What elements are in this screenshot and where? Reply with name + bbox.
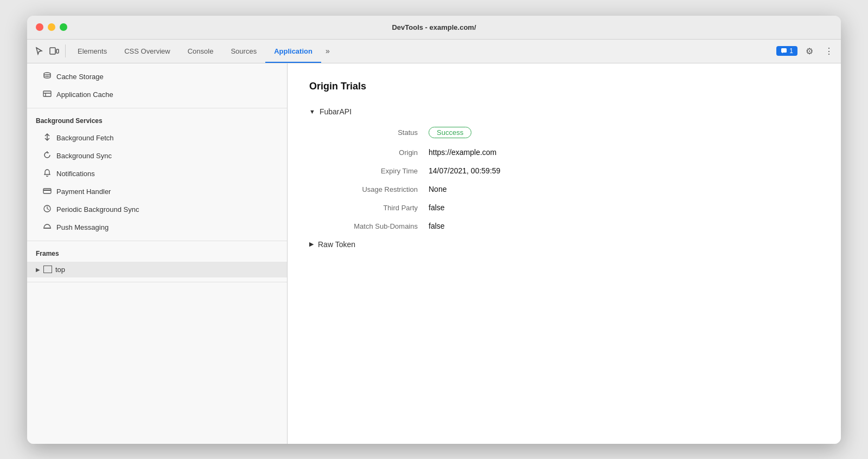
origin-label: Origin bbox=[309, 148, 429, 157]
frames-header: Frames bbox=[27, 245, 287, 262]
usage-restriction-value: None bbox=[429, 185, 446, 193]
devtools-tab-bar: Elements CSS Overview Console Sources Ap… bbox=[27, 40, 841, 63]
property-row-status: Status Success bbox=[309, 127, 819, 138]
push-messaging-label: Push Messaging bbox=[56, 223, 108, 231]
api-expand-arrow-down: ▼ bbox=[309, 108, 315, 115]
devtools-window: DevTools - example.com/ Elements CSS Ove… bbox=[27, 16, 841, 444]
sidebar-item-background-fetch[interactable]: Background Fetch bbox=[27, 129, 287, 147]
sidebar-item-application-cache[interactable]: Application Cache bbox=[27, 86, 287, 104]
background-fetch-label: Background Fetch bbox=[56, 134, 114, 142]
tab-application[interactable]: Application bbox=[265, 39, 321, 63]
traffic-lights bbox=[36, 23, 67, 31]
cursor-icon[interactable] bbox=[31, 43, 47, 59]
sidebar: Cache Storage Application Cache Backgrou bbox=[27, 63, 288, 444]
sidebar-item-top-frame[interactable]: ▶ top bbox=[27, 262, 287, 277]
payment-handler-label: Payment Handler bbox=[56, 188, 111, 196]
match-subdomains-label: Match Sub-Domains bbox=[309, 222, 429, 230]
third-party-label: Third Party bbox=[309, 204, 429, 212]
device-toolbar-icon[interactable] bbox=[47, 43, 62, 59]
svg-rect-8 bbox=[43, 189, 51, 193]
sidebar-item-cache-storage[interactable]: Cache Storage bbox=[27, 68, 287, 86]
svg-point-3 bbox=[44, 73, 50, 75]
minimize-button[interactable] bbox=[48, 23, 55, 31]
third-party-value: false bbox=[429, 203, 445, 212]
storage-section: Cache Storage Application Cache bbox=[27, 63, 287, 108]
periodic-background-sync-icon bbox=[42, 204, 52, 215]
properties-table: Status Success Origin https://example.co… bbox=[309, 127, 819, 230]
tab-list: Elements CSS Overview Console Sources Ap… bbox=[69, 39, 776, 63]
application-cache-icon bbox=[42, 89, 52, 100]
raw-token-label: Raw Token bbox=[318, 240, 355, 249]
background-sync-label: Background Sync bbox=[56, 152, 112, 160]
background-services-header: Background Services bbox=[27, 113, 287, 129]
frame-top-label: top bbox=[55, 266, 65, 274]
tab-elements[interactable]: Elements bbox=[69, 39, 116, 63]
svg-rect-4 bbox=[43, 91, 51, 96]
raw-token-header[interactable]: ▶ Raw Token bbox=[309, 240, 819, 249]
property-row-third-party: Third Party false bbox=[309, 203, 819, 212]
settings-button[interactable]: ⚙ bbox=[802, 43, 817, 59]
main-content: Cache Storage Application Cache Backgrou bbox=[27, 63, 841, 444]
title-bar: DevTools - example.com/ bbox=[27, 16, 841, 40]
raw-token-arrow: ▶ bbox=[309, 241, 314, 248]
expiry-value: 14/07/2021, 00:59:59 bbox=[429, 166, 500, 175]
periodic-background-sync-label: Periodic Background Sync bbox=[56, 205, 139, 214]
api-name: FubarAPI bbox=[320, 107, 352, 116]
maximize-button[interactable] bbox=[60, 23, 67, 31]
background-fetch-icon bbox=[42, 133, 52, 143]
cache-storage-label: Cache Storage bbox=[56, 73, 104, 81]
sidebar-item-background-sync[interactable]: Background Sync bbox=[27, 147, 287, 165]
push-messaging-icon bbox=[42, 222, 52, 232]
sidebar-item-periodic-background-sync[interactable]: Periodic Background Sync bbox=[27, 201, 287, 218]
property-row-origin: Origin https://example.com bbox=[309, 148, 819, 157]
content-panel: Origin Trials ▼ FubarAPI Status Success bbox=[288, 63, 841, 444]
payment-handler-icon bbox=[42, 186, 52, 197]
svg-rect-1 bbox=[56, 49, 59, 53]
sidebar-item-push-messaging[interactable]: Push Messaging bbox=[27, 218, 287, 236]
tab-more-button[interactable]: » bbox=[321, 47, 334, 55]
frames-section: Frames ▶ top bbox=[27, 241, 287, 282]
page-title: Origin Trials bbox=[309, 81, 819, 92]
close-button[interactable] bbox=[36, 23, 43, 31]
property-row-usage-restriction: Usage Restriction None bbox=[309, 185, 819, 193]
tab-bar-divider bbox=[65, 44, 66, 57]
notification-badge[interactable]: 1 bbox=[776, 46, 797, 56]
sidebar-item-notifications[interactable]: Notifications bbox=[27, 165, 287, 183]
property-row-expiry: Expiry Time 14/07/2021, 00:59:59 bbox=[309, 166, 819, 175]
notification-count: 1 bbox=[789, 47, 793, 55]
tab-right-actions: 1 ⚙ ⋮ bbox=[776, 43, 837, 59]
status-value: Success bbox=[429, 127, 471, 138]
tab-sources[interactable]: Sources bbox=[222, 39, 265, 63]
expiry-label: Expiry Time bbox=[309, 167, 429, 175]
svg-rect-0 bbox=[50, 48, 55, 54]
origin-value: https://example.com bbox=[429, 148, 496, 157]
cache-storage-icon bbox=[42, 72, 52, 82]
background-sync-icon bbox=[42, 151, 52, 161]
background-services-section: Background Services Background Fetch bbox=[27, 108, 287, 241]
api-section-header[interactable]: ▼ FubarAPI bbox=[309, 107, 819, 116]
notifications-label: Notifications bbox=[56, 170, 95, 178]
status-label: Status bbox=[309, 128, 429, 137]
tab-css-overview[interactable]: CSS Overview bbox=[116, 39, 179, 63]
api-section: ▼ FubarAPI Status Success Origin https bbox=[309, 107, 819, 249]
chat-icon bbox=[781, 48, 787, 54]
notifications-icon bbox=[42, 169, 52, 179]
sidebar-item-payment-handler[interactable]: Payment Handler bbox=[27, 183, 287, 201]
frame-expand-arrow: ▶ bbox=[36, 267, 40, 273]
status-badge: Success bbox=[429, 127, 471, 138]
window-title: DevTools - example.com/ bbox=[392, 23, 476, 31]
usage-restriction-label: Usage Restriction bbox=[309, 185, 429, 193]
more-options-button[interactable]: ⋮ bbox=[821, 43, 837, 59]
application-cache-label: Application Cache bbox=[56, 90, 113, 99]
property-row-match-subdomains: Match Sub-Domains false bbox=[309, 222, 819, 230]
tab-console[interactable]: Console bbox=[179, 39, 222, 63]
match-subdomains-value: false bbox=[429, 222, 445, 230]
frame-icon bbox=[43, 266, 52, 273]
